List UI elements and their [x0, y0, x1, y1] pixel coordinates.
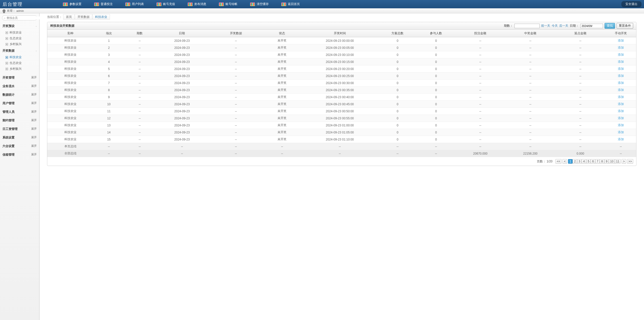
pager-page[interactable]: 8	[600, 159, 604, 164]
period-input[interactable]	[514, 24, 540, 28]
collapsed-group-title: 信箱管理	[3, 153, 15, 157]
add-link[interactable]: 添加	[618, 39, 624, 42]
sidebar-collapsed-group[interactable]: 用户管理展开	[0, 99, 39, 108]
sidebar-group-data[interactable]: 开奖数据 -	[0, 47, 39, 54]
add-link[interactable]: 添加	[618, 102, 624, 106]
sidebar-collapsed-group[interactable]: 契约管理展开	[0, 116, 39, 125]
table-row: 科技农业3--2024-09-23--未开奖2024-09-23 00:10:0…	[47, 51, 636, 58]
sidebar-subitem[interactable]: 科技农业	[0, 30, 39, 35]
add-link[interactable]: 添加	[618, 53, 624, 56]
pager-page[interactable]: 10	[609, 159, 615, 164]
pager-first[interactable]: <<	[555, 159, 561, 164]
chart-icon	[94, 3, 99, 6]
pager-last[interactable]: >>	[627, 159, 633, 164]
add-link[interactable]: 添加	[618, 81, 624, 85]
member-search-input[interactable]	[7, 16, 41, 19]
cell-period: --	[124, 58, 155, 65]
cell-status: 未开奖	[263, 80, 301, 87]
topnav-item-1[interactable]: 普通投注	[94, 2, 113, 6]
sidebar-collapsed-group[interactable]: 日工资管理展开	[0, 125, 39, 133]
cell-data: --	[209, 44, 263, 51]
add-link[interactable]: 添加	[618, 137, 624, 141]
cell-lottery: 科技农业	[47, 44, 94, 51]
topnav-item-2[interactable]: 用户列表	[125, 2, 144, 6]
today-link[interactable]: 今天	[552, 24, 558, 28]
add-link[interactable]: 添加	[618, 95, 624, 99]
pager-page[interactable]: 1	[568, 159, 573, 164]
pager-page[interactable]: 11	[615, 159, 621, 164]
breadcrumb-item[interactable]: 首页	[63, 14, 75, 20]
logout-button[interactable]: 安全退出	[621, 1, 641, 7]
sidebar-collapsed-group[interactable]: 业务流水展开	[0, 82, 39, 90]
search-button[interactable]: 查找	[605, 23, 615, 29]
cell-date: 2024-09-23	[155, 108, 209, 115]
cell-time: 2024-09-23 00:45:00	[301, 101, 378, 108]
cell-time: --	[301, 143, 378, 150]
topnav-item-7[interactable]: 返回首页	[281, 2, 300, 6]
pager-page[interactable]: 2	[573, 159, 577, 164]
sidebar-collapsed-group[interactable]: 信箱管理展开	[0, 150, 39, 159]
collapsed-group-title: 用户管理	[3, 101, 15, 105]
pager-prev[interactable]: <	[562, 159, 567, 164]
topnav-label: 普通投注	[101, 2, 113, 6]
column-header: 彩种	[47, 30, 94, 37]
cell-users: 0	[417, 101, 455, 108]
add-link[interactable]: 添加	[618, 67, 624, 70]
next-day-link[interactable]: 后一天	[559, 24, 568, 28]
breadcrumb-item[interactable]: 开奖数据	[75, 14, 92, 20]
topnav-item-0[interactable]: 参数设置	[63, 2, 82, 6]
cell-date: 2024-09-23	[155, 73, 209, 80]
cell-data: --	[209, 108, 263, 115]
topnav-item-5[interactable]: 账号转帐	[219, 2, 237, 6]
sidebar-collapsed-group[interactable]: 系统设置展开	[0, 133, 39, 142]
pager-page[interactable]: 7	[595, 159, 600, 164]
add-link[interactable]: 添加	[618, 74, 624, 78]
add-link[interactable]: 添加	[618, 46, 624, 49]
sidebar-subitem[interactable]: 乡村振兴	[0, 66, 39, 72]
pager-page[interactable]: 3	[577, 159, 582, 164]
pager-next[interactable]: >	[622, 159, 626, 164]
cell-win: --	[505, 115, 555, 122]
cell-label: 本页总结	[47, 143, 94, 150]
sidebar-subitem[interactable]: 生态农业	[0, 60, 39, 66]
expand-label: 展开	[31, 135, 37, 140]
expand-label: 展开	[31, 153, 37, 157]
cell-data: --	[209, 122, 263, 129]
column-header: 状态	[263, 30, 301, 37]
expand-label: 展开	[31, 93, 37, 97]
topnav-item-4[interactable]: 发布消息	[188, 2, 206, 6]
sidebar-subitem[interactable]: 生态农业	[0, 35, 39, 41]
pager-page[interactable]: 6	[591, 159, 595, 164]
table-row: 科技农业11--2024-09-23--未开奖2024-09-23 00:50:…	[47, 108, 636, 115]
sidebar-collapsed-group[interactable]: 开奖管理展开	[0, 73, 39, 82]
date-input[interactable]	[580, 24, 603, 28]
add-link[interactable]: 添加	[618, 60, 624, 63]
sidebar-collapsed-group[interactable]: 六合设置展开	[0, 142, 39, 150]
sidebar-subitem[interactable]: 乡村振兴	[0, 41, 39, 47]
prev-day-link[interactable]: 前一天	[541, 24, 550, 28]
add-link[interactable]: 添加	[618, 123, 624, 127]
cell-round: --	[94, 150, 124, 157]
topnav-item-3[interactable]: 账号充值	[156, 2, 175, 6]
sidebar-collapsed-group[interactable]: 数据统计展开	[0, 90, 39, 99]
pager-page[interactable]: 9	[604, 159, 609, 164]
table-row: 科技农业2--2024-09-23--未开奖2024-09-23 00:05:0…	[47, 44, 636, 51]
cell-plans: 0	[378, 37, 417, 44]
pager-page[interactable]: 5	[586, 159, 591, 164]
reset-button[interactable]: 重置条件	[617, 23, 633, 29]
pager-page[interactable]: 4	[582, 159, 586, 164]
breadcrumb-item[interactable]: 科技农业	[92, 14, 110, 20]
sidebar-subitem[interactable]: 科技农业	[0, 54, 39, 60]
cell-rebate: 0.000	[555, 150, 606, 157]
add-link[interactable]: 添加	[618, 116, 624, 120]
add-link[interactable]: 添加	[618, 130, 624, 134]
sidebar-collapsed-group[interactable]: 管理人员展开	[0, 108, 39, 116]
topnav-item-6[interactable]: 清空缓存	[250, 2, 269, 6]
member-search[interactable]: ⌕	[2, 15, 37, 20]
cell-date: 2024-09-23	[155, 58, 209, 65]
add-link[interactable]: 添加	[618, 88, 624, 92]
add-link[interactable]: 添加	[618, 109, 624, 113]
sidebar-group-preset[interactable]: 开奖预设 -	[0, 22, 39, 30]
cell-bet: 20670.000	[455, 150, 505, 157]
sidebar-group-data-label: 开奖数据	[3, 49, 15, 53]
